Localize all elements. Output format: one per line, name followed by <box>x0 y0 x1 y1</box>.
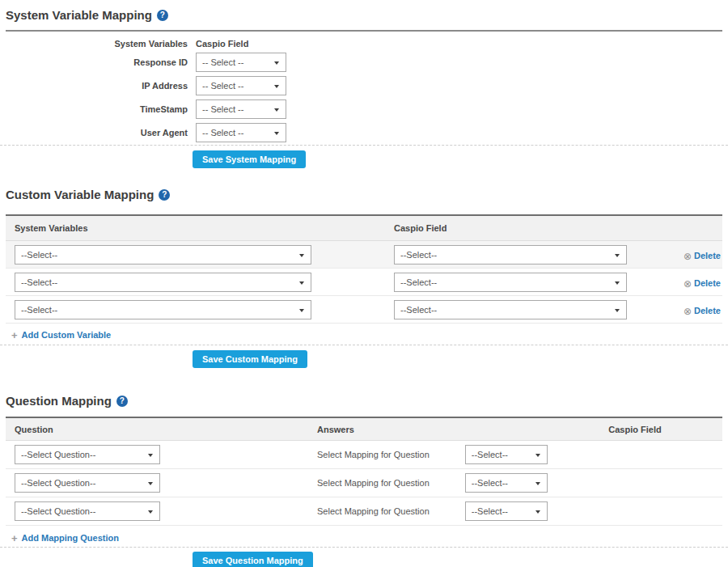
system-row-user-agent: User Agent -- Select -- <box>6 123 728 142</box>
question-mapping-row: --Select Question-- Select Mapping for Q… <box>6 497 722 526</box>
answers-caspio-select-3[interactable]: --Select-- <box>466 502 547 520</box>
question-select-1[interactable]: --Select Question-- <box>15 446 159 463</box>
answers-mapping-label: Select Mapping for Question <box>317 478 465 488</box>
help-icon[interactable]: ? <box>116 396 128 407</box>
delete-circle-icon: ⊗ <box>684 306 692 317</box>
system-row-timestamp: TimeStamp -- Select -- <box>6 99 728 119</box>
answers-caspio-select-1[interactable]: --Select-- <box>466 446 547 463</box>
dashed-divider <box>0 345 728 345</box>
user-agent-select[interactable]: -- Select -- <box>197 124 286 142</box>
delete-link[interactable]: Delete <box>694 251 721 260</box>
plus-icon: + <box>11 532 18 544</box>
column-header-caspio-field: Caspio Field <box>386 223 671 233</box>
column-header-caspio-field: Caspio Field <box>548 425 722 434</box>
plus-icon: + <box>11 329 18 341</box>
section-title-text: System Variable Mapping <box>6 8 152 23</box>
custom-mapping-row: --Select-- --Select-- ⊗Delete <box>6 241 722 269</box>
row-label-ip-address: IP Address <box>6 81 188 91</box>
delete-circle-icon: ⊗ <box>684 251 692 262</box>
column-header-answers: Answers <box>309 425 548 434</box>
custom-mapping-row: --Select-- --Select-- ⊗Delete <box>6 269 722 296</box>
custom-caspio-select-2[interactable]: --Select-- <box>395 273 626 291</box>
section-title-question-mapping: Question Mapping ? <box>6 394 728 408</box>
question-mapping-section: Question Mapping ? Question Answers Casp… <box>0 394 728 567</box>
delete-link[interactable]: Delete <box>694 306 721 315</box>
system-row-ip-address: IP Address -- Select -- <box>6 76 728 95</box>
row-label-timestamp: TimeStamp <box>6 104 188 114</box>
column-header-system-variables: System Variables <box>6 39 188 49</box>
answers-caspio-select-2[interactable]: --Select-- <box>466 474 547 492</box>
row-label-response-id: Response ID <box>6 57 188 67</box>
answers-mapping-label: Select Mapping for Question <box>317 506 465 516</box>
question-mapping-row: --Select Question-- Select Mapping for Q… <box>6 441 722 469</box>
custom-variable-mapping-section: Custom Variable Mapping ? System Variabl… <box>0 188 728 368</box>
custom-caspio-select-3[interactable]: --Select-- <box>395 301 626 319</box>
ip-address-select[interactable]: -- Select -- <box>197 77 286 95</box>
help-icon[interactable]: ? <box>159 189 170 201</box>
response-id-select[interactable]: -- Select -- <box>197 53 286 71</box>
add-mapping-question-link[interactable]: Add Mapping Question <box>22 533 119 543</box>
row-label-user-agent: User Agent <box>6 128 188 138</box>
section-title-custom-variable-mapping: Custom Variable Mapping ? <box>6 188 728 202</box>
custom-variable-select-3[interactable]: --Select-- <box>15 301 311 319</box>
system-row-response-id: Response ID -- Select -- <box>6 53 728 72</box>
timestamp-select[interactable]: -- Select -- <box>197 100 286 118</box>
save-system-mapping-button[interactable]: Save System Mapping <box>193 150 306 168</box>
column-header-question: Question <box>6 425 309 434</box>
system-variable-mapping-section: System Variable Mapping ? System Variabl… <box>0 0 728 168</box>
question-select-3[interactable]: --Select Question-- <box>15 502 159 520</box>
add-custom-variable[interactable]: + Add Custom Variable <box>11 329 728 341</box>
section-title-system-variable-mapping: System Variable Mapping ? <box>6 0 728 23</box>
custom-caspio-select-1[interactable]: --Select-- <box>395 246 626 264</box>
custom-table-header: System Variables Caspio Field <box>6 216 722 241</box>
help-icon[interactable]: ? <box>157 10 168 21</box>
custom-variable-select-2[interactable]: --Select-- <box>15 273 311 291</box>
add-mapping-question[interactable]: + Add Mapping Question <box>11 532 728 544</box>
column-header-system-variables: System Variables <box>6 223 386 233</box>
dashed-divider <box>0 145 728 146</box>
delete-circle-icon: ⊗ <box>684 278 692 290</box>
section-divider <box>6 30 722 32</box>
custom-mapping-row: --Select-- --Select-- ⊗Delete <box>6 296 722 324</box>
question-mapping-table: Question Answers Caspio Field --Select Q… <box>6 417 722 526</box>
add-custom-variable-link[interactable]: Add Custom Variable <box>22 330 112 340</box>
custom-mapping-table: System Variables Caspio Field --Select--… <box>6 214 722 324</box>
answers-mapping-label: Select Mapping for Question <box>317 450 465 459</box>
delete-link[interactable]: Delete <box>694 278 721 288</box>
question-select-2[interactable]: --Select Question-- <box>15 474 159 492</box>
save-custom-mapping-button[interactable]: Save Custom Mapping <box>193 350 307 368</box>
question-table-header: Question Answers Caspio Field <box>6 418 722 441</box>
section-title-text: Custom Variable Mapping <box>6 188 154 202</box>
section-title-text: Question Mapping <box>6 394 112 408</box>
dashed-divider <box>0 547 728 548</box>
custom-variable-select-1[interactable]: --Select-- <box>15 246 311 264</box>
system-mapping-form: System Variables Caspio Field Response I… <box>6 39 728 142</box>
question-mapping-row: --Select Question-- Select Mapping for Q… <box>6 469 722 497</box>
save-question-mapping-button[interactable]: Save Question Mapping <box>193 552 313 567</box>
column-header-caspio-field: Caspio Field <box>196 39 248 49</box>
